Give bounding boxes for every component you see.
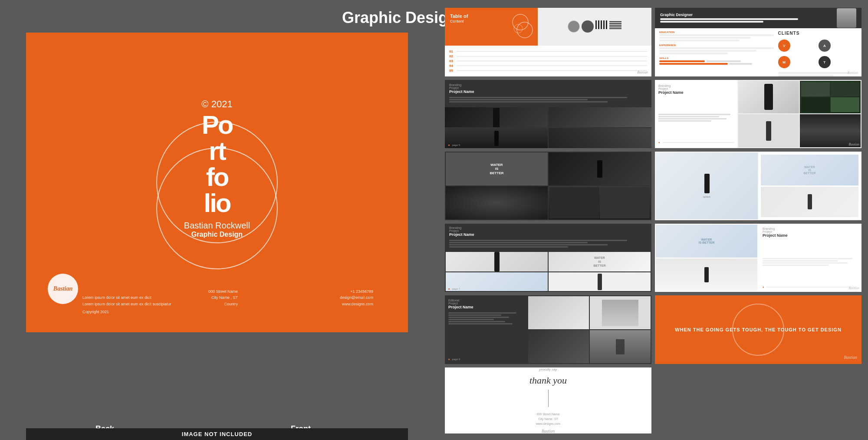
thankyou-info-line3: www.designs.com xyxy=(536,422,560,425)
thumb-product-dark-1: WATERISBETTER xyxy=(445,152,651,220)
branding-dark-photos-1 xyxy=(445,107,651,149)
toc-white-section xyxy=(538,8,651,46)
branding2-project: Project xyxy=(449,229,647,232)
thumb-editorial-dark: Editorial Project Project Name ■ page 9 xyxy=(445,295,651,364)
copyright-year: © 2021 xyxy=(184,99,250,110)
bastian-sig-branding2: Bastian xyxy=(849,286,859,290)
cover-copyright: Copyright 2021 xyxy=(82,310,109,314)
branding-label-1: Branding xyxy=(449,83,647,86)
clients-title: CLIENTS xyxy=(778,31,857,36)
profile-photo xyxy=(837,8,856,28)
cover-address-left: Lorem ipsum dolor sit amet eum ex dicit … xyxy=(82,294,171,307)
thank-you-text: thank you xyxy=(529,375,567,386)
thumb-toc: Table of Content xyxy=(445,8,651,76)
bastian-sig-toc: Bastian xyxy=(638,70,648,74)
editorial-name: Project Name xyxy=(448,305,524,309)
thumb-motivational: WHEN THE GOING GETS TOUGH, THE TOUGH TO … xyxy=(655,295,861,364)
branding2-label: Branding xyxy=(449,226,647,229)
logo-text: Bastian xyxy=(53,285,72,292)
editorial-photos xyxy=(527,295,651,364)
branding-name-1: Project Name xyxy=(449,89,647,94)
cover-bottom-logo: Bastian xyxy=(48,274,78,306)
bastian-sig-motivational: Bastian xyxy=(844,355,857,360)
thumbnails-panel: Table of Content xyxy=(445,8,861,433)
toc-bottom: 01 02 03 04 05 Bastian xyxy=(445,46,651,76)
thumb-branding-white-2: WATERIS BETTER Branding Project Project … xyxy=(655,224,861,292)
toc-label: Table of xyxy=(450,13,468,19)
bastian-sig-profile: Bastian xyxy=(848,71,858,75)
branding-white-photos xyxy=(737,80,861,149)
thumb-thankyou: proudly say thank you 000 Street Name Ci… xyxy=(445,367,651,433)
branding-dark-header: Branding Project Project Name xyxy=(445,80,651,107)
editorial-left: Editorial Project Project Name ■ page 9 xyxy=(445,295,527,364)
portfolio-logo: Portfolio xyxy=(184,112,250,216)
thankyou-info-line2: City Name, ST xyxy=(538,417,558,420)
branding2-name: Project Name xyxy=(449,232,647,237)
profile-body: EDUCATION EXPERIENCE SKILLS xyxy=(655,28,861,76)
thumb-branding-dark-2: Branding Project Project Name WATERISBET… xyxy=(445,224,651,292)
profile-header: Graphic Designer xyxy=(655,8,861,28)
toc-content: Content xyxy=(450,19,468,23)
logo-circle: Bastian xyxy=(48,274,78,304)
thumb-water-white: splash WATERISBETTER xyxy=(655,152,861,220)
thumb-profile: Graphic Designer EDUCATION EXPERIENCE xyxy=(655,8,861,76)
branding-white-label: Branding xyxy=(658,84,734,87)
thumb-branding-white-1: Branding Project Project Name ● xyxy=(655,80,861,149)
toc-top: Table of Content xyxy=(445,8,651,46)
proudly-say: proudly say xyxy=(539,367,557,371)
motivational-text: WHEN THE GOING GETS TOUGH, THE TOUGH TO … xyxy=(675,327,842,333)
bastian-sig-thankyou: Bastian xyxy=(542,429,555,433)
branding-white-left: Branding Project Project Name ● xyxy=(655,80,737,149)
author-subtitle: Graphic Design xyxy=(184,231,250,238)
portfolio-text-block: © 2021 Portfolio Bastian Rockwell Graphi… xyxy=(184,99,250,238)
toc-orange-section: Table of Content xyxy=(445,8,538,46)
cover-address-center: 000 Street Name City Name , ST Country xyxy=(208,288,238,307)
branding-white-name: Project Name xyxy=(658,90,734,95)
author-name: Bastian Rockwell xyxy=(184,221,250,231)
branding-white-project: Project xyxy=(658,87,734,90)
cover-address-right: +1 23456789 design@email.com www.designs… xyxy=(340,288,373,307)
editorial-label: Editorial xyxy=(448,299,524,302)
image-not-included-banner: IMAGE NOT INCLUDED xyxy=(26,428,408,440)
profile-name: Graphic Designer xyxy=(660,13,832,17)
thumb-branding-dark-1: Branding Project Project Name xyxy=(445,80,651,149)
editorial-project: Project xyxy=(448,302,524,305)
main-cover: © 2021 Portfolio Bastian Rockwell Graphi… xyxy=(26,33,408,332)
branding-project-label-1: Project xyxy=(449,86,647,89)
bastian-sig-branding: Bastian xyxy=(849,142,859,146)
thankyou-info-line1: 000 Street Name xyxy=(537,413,560,416)
thankyou-divider xyxy=(548,390,549,407)
